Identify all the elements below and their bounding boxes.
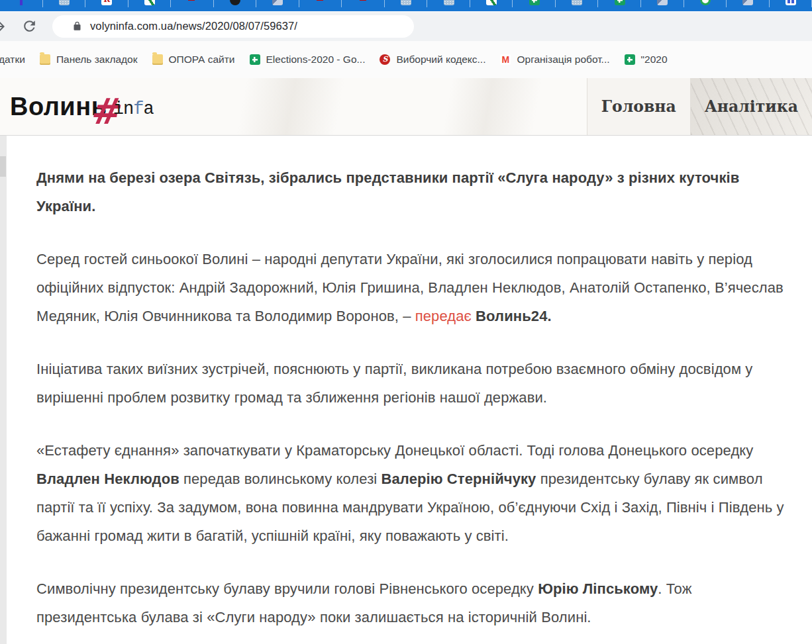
article-text-segment: Символічну президентську булаву вручили … [36, 580, 538, 597]
blue-doc-favicon [272, 0, 283, 5]
red-text-favicon [315, 0, 326, 5]
browser-tab[interactable] [727, 0, 770, 11]
site-header: Волинь # infa ГоловнаАналітика [0, 78, 812, 136]
article-paragraph: Серед гостей синьоокої Волині – народні … [36, 245, 786, 330]
red-text-favicon [187, 0, 197, 5]
article-text-segment: Серед гостей синьоокої Волині – народні … [36, 251, 784, 324]
bookmark-item[interactable]: Виборчий кодекс... [380, 54, 485, 66]
bookmark-item[interactable]: Організація робот... [500, 54, 609, 66]
browser-tab[interactable] [171, 0, 214, 11]
article-paragraph: «Естафету єднання» започаткувати у Крама… [36, 436, 786, 550]
sprout-favicon [144, 0, 155, 5]
article-body: Днями на березі озера Світязь, зібрались… [36, 163, 786, 631]
nav-item-головна[interactable]: Головна [587, 78, 690, 135]
bookmark-label: Виборчий кодекс... [396, 54, 485, 66]
browser-window: volyninfa.com.ua/news/2020/08/07/59637/ … [0, 0, 812, 644]
browser-tab[interactable] [85, 0, 128, 11]
green-circle-favicon [700, 0, 711, 5]
bookmark-label: "2020 [641, 54, 668, 66]
browser-tab[interactable] [43, 0, 86, 11]
gray-grid-favicon [401, 0, 411, 5]
bookmark-label: Панель закладок [56, 54, 138, 66]
browser-tab[interactable] [556, 0, 599, 11]
green-sheet-favicon [529, 0, 540, 5]
sprout-favicon [486, 0, 497, 5]
bookmark-label: датки [0, 54, 25, 66]
browser-tab[interactable] [0, 0, 43, 11]
article-text-segment: Юрію Ліпському [538, 580, 658, 597]
red-badge-icon [380, 54, 390, 65]
article-text-segment: Владлен Неклюдов [36, 471, 179, 487]
black-circle-favicon [230, 0, 240, 5]
browser-tab[interactable] [470, 0, 513, 11]
main-navigation: ГоловнаАналітика [587, 78, 812, 135]
folder-icon [152, 54, 163, 65]
logo-text-infa: infa [113, 99, 154, 118]
padlock-icon [72, 21, 82, 32]
article-paragraph: Днями на березі озера Світязь, зібрались… [36, 163, 786, 220]
sheets-icon [625, 54, 635, 65]
browser-tab[interactable] [299, 0, 342, 11]
nav-item-аналітика[interactable]: Аналітика [690, 78, 812, 135]
article-paragraph: Символічну президентську булаву вручили … [36, 575, 786, 631]
article-text-segment: «Естафету єднання» започаткувати у Крама… [36, 442, 753, 459]
green-sheet-favicon [615, 0, 625, 5]
bookmark-item[interactable]: "2020 [625, 54, 668, 66]
browser-tab[interactable] [641, 0, 684, 11]
page-left-gutter [0, 136, 7, 644]
gray-grid-favicon [59, 0, 70, 5]
bookmark-item[interactable]: ОПОРА сайти [152, 54, 235, 66]
address-bar[interactable]: volyninfa.com.ua/news/2020/08/07/59637/ [52, 15, 414, 38]
article-link[interactable]: передає [415, 308, 472, 324]
gray-grid-favicon [444, 0, 454, 5]
bookmark-label: Elections-2020 - Go... [266, 54, 366, 66]
red-r-favicon [101, 0, 112, 5]
browser-tab[interactable] [128, 0, 172, 11]
browser-toolbar: volyninfa.com.ua/news/2020/08/07/59637/ [0, 11, 812, 41]
bookmarks-bar: даткиПанель закладокОПОРА сайтиElections… [0, 41, 812, 78]
content-area: Днями на березі озера Світязь, зібрались… [7, 136, 812, 644]
url-text: volyninfa.com.ua/news/2020/08/07/59637/ [90, 20, 297, 32]
indigo-t-favicon [16, 0, 26, 5]
blue-doc-favicon [742, 0, 753, 5]
forward-button[interactable] [0, 17, 8, 36]
site-logo[interactable]: Волинь # infa [10, 86, 158, 128]
browser-tab[interactable] [256, 0, 299, 11]
article-text-segment: Ініціатива таких виїзних зустрічей, пояс… [36, 361, 752, 406]
reload-icon [21, 18, 38, 34]
browser-tab[interactable] [385, 0, 428, 11]
browser-tab[interactable] [427, 0, 470, 11]
article-paragraph: Ініціатива таких виїзних зустрічей, пояс… [36, 355, 786, 412]
article-text-segment: Волинь24. [476, 308, 552, 324]
bookmark-item[interactable]: Elections-2020 - Go... [250, 54, 366, 66]
bookmark-item[interactable]: Панель закладок [40, 54, 138, 66]
side-widget-fragment [0, 156, 6, 177]
browser-tab[interactable] [214, 0, 257, 11]
bookmark-item[interactable]: датки [0, 54, 25, 66]
browser-tab[interactable] [513, 0, 556, 11]
blue-doc-favicon [657, 0, 668, 5]
tab-strip [0, 0, 812, 11]
reload-button[interactable] [21, 17, 38, 36]
browser-tab[interactable] [770, 0, 812, 11]
bookmark-label: ОПОРА сайти [169, 54, 235, 66]
article-text-segment: Валерію Стернійчуку [381, 471, 536, 487]
article-text-segment: передав волинському колезі [179, 471, 381, 487]
red-text-favicon [358, 0, 369, 5]
gray-grid-favicon [572, 0, 582, 5]
folder-icon [40, 54, 50, 65]
white-blue-favicon [786, 0, 796, 5]
browser-tab[interactable] [598, 0, 641, 11]
browser-tab[interactable] [684, 0, 727, 11]
browser-tab[interactable] [342, 0, 385, 11]
gmail-icon [500, 54, 511, 65]
bookmark-label: Організація робот... [517, 54, 609, 66]
article-text-segment: Днями на березі озера Світязь, зібрались… [36, 169, 739, 214]
page-background: Днями на березі озера Світязь, зібрались… [0, 136, 812, 644]
sheets-icon [250, 54, 260, 65]
arrow-forward-icon [0, 19, 7, 34]
